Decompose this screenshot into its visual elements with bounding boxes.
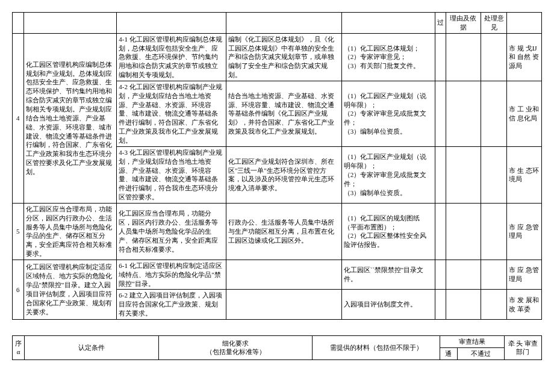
cond-5: 化工园区应当合理布局，功能分区，园区内行政办公、生活服务等人员集中场所与危险化学… [23,203,117,260]
mat-4-3a: 化工园区产业规划符合深圳市、所在区"三线一单"生态环境分区管控方案，以及涉及的环… [226,146,341,203]
review-table-main: 过 理由及依据 处理意见 4 化工园区管理机构应编制总体规划和产业规划。总体规划… [12,12,542,320]
col-opinion: 处理意见 [481,13,506,34]
hdr-pass: 通 [440,347,457,359]
detail-6-1: 6-1 化工园区管理机构应制定适应区域特点、地方实际的危险化学品"禁限控"目录。 [117,260,226,290]
partial-header-row: 过 理由及依据 处理意见 [13,13,542,34]
hdr-fail: 不通过 [457,347,504,359]
col-reason: 理由及依据 [446,13,481,34]
detail-4-3: 4-3 化工园区管理机构应编制产业规划，产业规划应结合当地土地资源、产业基础、水… [117,146,226,203]
mat-4-1a: 编制《化工园区总体规划》，且《化工园区总体规划》中有单独的安全生产和综合防灾减灾… [226,33,341,81]
mat-6-1b: 化工园区``禁限禁控''目录文件。 [341,260,435,290]
seq-5: 5 [13,203,24,260]
hdr-detail: 细化要求 （包括量化标准等） [158,336,313,360]
hdr-dept: 牵 头 审查部门 [504,336,541,360]
dept-6-2: 市 发 展和 改 革委 [507,290,542,320]
dept-5: 市 应 急管理局 [507,203,542,260]
table-row: 5 化工园区应当合理布局，功能分区，园区内行政办公、生活服务等人员集中场所与危险… [13,203,542,260]
seq-4: 4 [13,33,24,203]
dept-4-1: 市 规 戈IJ 和 自然 资 源局 [507,33,542,81]
dept-4-3: 市 生 态环境局 [507,146,542,203]
table-row: 4 化工园区管理机构应编制总体规划和产业规划。总体规划应包括安全生产、应急救援、… [13,33,542,81]
mat-4-3b: （1）化工园区产业规划（说明年限）； （2）专家评审意见或批复文件； （3）编制… [341,146,435,203]
table-row: 序 α 认定条件 细化要求 （包括量化标准等） 需提供的材料（包括但不限于） 审… [13,336,542,348]
dept-6-1: 市 应 急管理局 [507,260,542,290]
cond-4: 化工园区管理机构应编制总体规划和产业规划。总体规划应包括安全生产、应急救援、生态… [23,33,117,203]
hdr-result: 审查结果 [440,336,504,348]
col-pass: 过 [435,13,446,34]
mat-5a: 行政办公、生活服务等人员集中场所与生产功能区相互分离，且布置在化工园区边缘或化工… [226,203,341,260]
mat-6-2b: 入园项目评估制度文件。 [341,290,435,320]
hdr-mat: 需提供的材料（包括但不限于） [313,336,440,360]
mat-5b: （1）化工园区的规划图纸（平面布置图）； （2）化工园区整体性安全风险评估报告。 [341,203,435,260]
mat-4-2a: 结合当地土地资源、产业基础、水资源、环境容量、城市建设、物流交通等基础条件编制《… [226,81,341,146]
mat-4-1b: （1）化工园区总体规划； （2）专家评审意见； （3）有关部门批复文件。 [341,33,435,81]
cond-6: 化工园区管理机构应制定适应区域特点、地方实际的危险化学品"禁限控"目录。建立入园… [23,260,117,319]
header-table-next: 序 α 认定条件 细化要求 （包括量化标准等） 需提供的材料（包括但不限于） 审… [12,335,542,360]
hdr-seq: 序 α [13,336,25,360]
dept-4-2: 市 工 业和 信 息化局 [507,81,542,146]
table-row: 6 化工园区管理机构应制定适应区域特点、地方实际的危险化学品"禁限控"目录。建立… [13,260,542,290]
mat-6-2a [226,290,341,320]
seq-6: 6 [13,260,24,319]
detail-4-2: 4-2 化工园区管理机构应编制产业规划，产业规划应结合当地土地资源、产业基础、水… [117,81,226,146]
detail-5: 化工园区应当合理布局，功能分区，园区内行政办公、生活服务等人员集中场所与危险化学… [117,203,226,260]
hdr-cond: 认定条件 [25,336,159,360]
detail-6-2: 6-2 建立入园项目评估制度，入园项目应符合国家化工产业政策、规划有关要求。 [117,290,226,320]
mat-6-1a [226,260,341,290]
mat-4-2b: （1）化工园区产业规划（说明年限）； （2）专家评审意见或批复文件； （3）编制… [341,81,435,146]
detail-4-1: 4-1 化工园区管理机构应编制总体规划，总体规划应包括安全生产、应急救援、生态环… [117,33,226,81]
